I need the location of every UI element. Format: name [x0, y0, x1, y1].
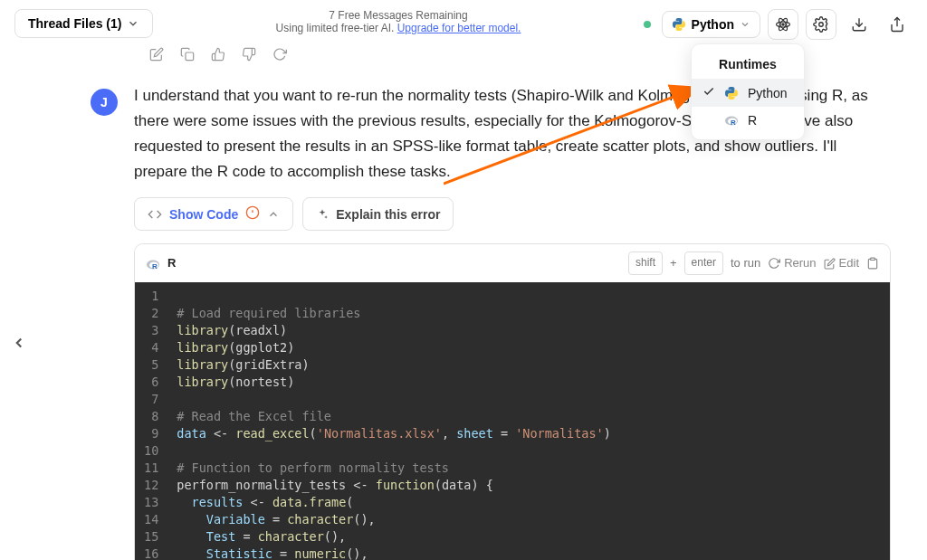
free-tier-notice: 7 Free Messages Remaining Using limited … — [153, 9, 643, 34]
thumbs-down-icon[interactable] — [242, 47, 256, 65]
show-code-button[interactable]: Show Code — [134, 197, 293, 231]
clipboard-icon — [866, 257, 879, 270]
python-icon — [672, 17, 686, 32]
runtime-item-label: R — [748, 113, 757, 128]
free-messages-count: 7 Free Messages Remaining — [153, 9, 643, 22]
runtime-selector-button[interactable]: Python — [662, 11, 760, 38]
refresh-icon[interactable] — [272, 47, 287, 65]
check-icon — [702, 85, 715, 100]
runtimes-dropdown: Runtimes Python R R — [691, 43, 805, 140]
chevron-up-icon — [267, 208, 280, 221]
code-content: # Load required librarieslibrary(readxl)… — [167, 282, 890, 560]
download-button[interactable] — [844, 9, 874, 40]
r-icon: R — [146, 256, 160, 271]
code-lang-label: R — [167, 253, 176, 272]
status-indicator-dot — [644, 21, 651, 28]
chevron-down-icon — [740, 19, 750, 30]
explain-error-button[interactable]: Explain this error — [302, 197, 454, 231]
chevron-down-icon — [127, 17, 139, 30]
code-editor[interactable]: 123456789101112131415161718 # Load requi… — [135, 282, 890, 560]
settings-button[interactable] — [806, 9, 836, 40]
r-icon: R — [724, 113, 739, 128]
runtime-item-python[interactable]: Python — [692, 79, 804, 107]
atom-button[interactable] — [768, 9, 798, 40]
back-chevron[interactable] — [11, 335, 27, 356]
explain-error-label: Explain this error — [336, 207, 440, 222]
download-icon — [851, 16, 867, 33]
python-icon — [724, 86, 739, 100]
rerun-icon — [768, 257, 780, 270]
warning-icon — [245, 205, 260, 223]
atom-icon — [775, 16, 791, 33]
pencil-icon — [824, 258, 836, 270]
line-gutter: 123456789101112131415161718 — [135, 282, 167, 560]
svg-rect-12 — [186, 52, 194, 61]
thread-files-label: Thread Files (1) — [28, 16, 121, 31]
copy-code-button[interactable] — [866, 257, 879, 270]
thumbs-up-icon[interactable] — [211, 47, 225, 65]
runtime-item-label: Python — [748, 86, 788, 100]
chevron-left-icon — [11, 335, 27, 351]
sparkle-icon — [316, 208, 329, 221]
avatar: J — [91, 89, 118, 116]
share-icon — [889, 16, 905, 33]
to-run-label: to run — [731, 253, 760, 272]
avatar-letter: J — [100, 95, 108, 109]
rerun-button[interactable]: Rerun — [768, 253, 816, 272]
kbd-shift: shift — [628, 252, 663, 275]
svg-text:R: R — [731, 119, 736, 127]
kbd-plus: + — [670, 253, 677, 272]
edit-code-button[interactable]: Edit — [824, 253, 859, 272]
svg-point-0 — [782, 24, 784, 25]
runtimes-dropdown-header: Runtimes — [692, 50, 804, 79]
copy-icon[interactable] — [180, 47, 195, 65]
share-button[interactable] — [882, 9, 913, 40]
runtime-item-r[interactable]: R R — [692, 107, 804, 134]
free-tier-text: Using limited free-tier AI. — [276, 22, 397, 34]
upgrade-link[interactable]: Upgrade for better model. — [397, 22, 521, 34]
runtime-label: Python — [692, 17, 734, 32]
code-block: R R shift + enter to run Rerun Edit — [134, 243, 891, 560]
kbd-enter: enter — [684, 252, 723, 275]
code-icon — [148, 207, 162, 222]
svg-point-4 — [819, 23, 824, 27]
edit-icon[interactable] — [149, 47, 164, 65]
thread-files-button[interactable]: Thread Files (1) — [14, 9, 153, 38]
svg-text:R: R — [152, 262, 158, 271]
gear-icon — [813, 16, 829, 33]
svg-rect-19 — [871, 258, 875, 260]
show-code-label: Show Code — [169, 207, 238, 222]
